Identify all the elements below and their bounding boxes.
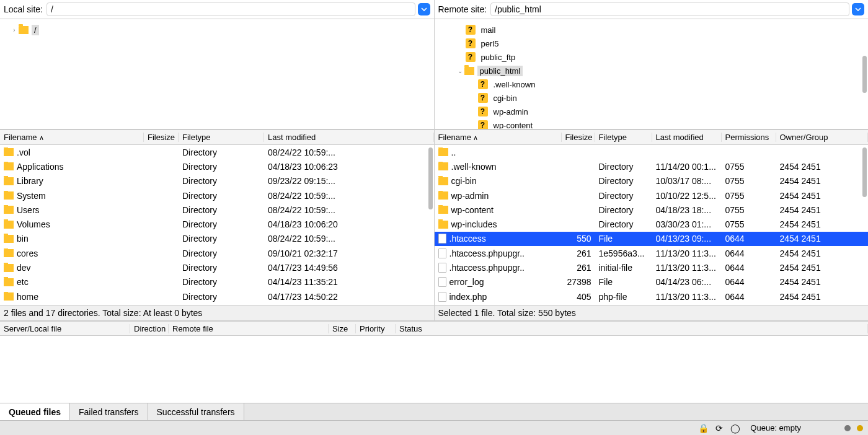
file-permissions: 0755 [722,205,776,215]
col-header-filetype[interactable]: Filetype [179,133,264,142]
remote-tree-item[interactable]: ?mail [437,23,866,37]
file-row[interactable]: .volDirectory08/24/22 10:59:... [0,145,434,159]
file-name: dev [17,263,31,273]
folder-icon [438,148,448,156]
remote-tree-item[interactable]: ?wp-content [437,118,866,130]
remote-tree-item[interactable]: ?.well-known [437,77,866,91]
file-row[interactable]: VolumesDirectory04/18/23 10:06:20 [0,217,434,231]
remote-tree-item[interactable]: ?perl5 [437,37,866,50]
scrollbar[interactable] [428,147,433,209]
file-row[interactable]: .well-knownDirectory11/14/20 00:1...0755… [435,159,869,174]
file-row[interactable]: UsersDirectory08/24/22 10:59:... [0,203,434,217]
file-row[interactable]: homeDirectory04/17/23 14:50:22 [0,289,434,304]
file-owner: 2454 2451 [776,219,869,229]
remote-tree-item[interactable]: ⌄public_html [437,64,866,77]
file-row[interactable]: .htaccess550File04/13/23 09:...06442454 … [435,232,869,246]
chevron-down-icon[interactable]: ⌄ [456,68,464,74]
file-row[interactable]: wp-adminDirectory10/10/22 12:5...0755245… [435,188,869,203]
file-name: Users [17,205,40,215]
file-type: php-file [595,292,652,302]
col-header-filename[interactable]: Filename [435,133,562,142]
file-size: 261 [562,263,595,273]
file-row[interactable]: .. [435,145,869,159]
col-header-permissions[interactable]: Permissions [722,133,776,142]
remote-file-header: Filename Filesize Filetype Last modified… [435,130,869,145]
file-name: wp-content [451,205,494,215]
file-permissions: 0755 [722,191,776,201]
file-modified: 11/13/20 11:3... [652,292,722,302]
file-row[interactable]: etcDirectory04/14/23 11:35:21 [0,275,434,289]
tree-item-label: mail [479,25,498,35]
file-row[interactable]: wp-contentDirectory04/18/23 18:...075524… [435,203,869,217]
folder-icon [4,278,14,286]
remote-tree-item[interactable]: ?wp-admin [437,105,866,118]
remote-tree-item[interactable]: ?cgi-bin [437,91,866,105]
remote-site-dropdown-button[interactable] [852,3,864,15]
local-tree-pane[interactable]: › / [0,19,434,130]
file-icon [438,263,446,273]
file-modified: 08/24/22 10:59:... [264,234,434,244]
local-site-input[interactable] [46,2,415,16]
col-header-filetype[interactable]: Filetype [595,133,652,142]
lock-icon: 🔒 [698,423,708,433]
file-row[interactable]: index.php405php-file11/13/20 11:3...0644… [435,289,869,304]
queue-header: Server/Local file Direction Remote file … [0,321,868,336]
file-row[interactable]: wp-includesDirectory03/30/23 01:...07552… [435,217,869,231]
file-row[interactable]: ApplicationsDirectory04/18/23 10:06:23 [0,159,434,174]
scrollbar[interactable] [862,147,867,197]
file-name: .htaccess.phpupgr.. [450,263,525,273]
file-row[interactable]: .htaccess.phpupgr..2611e5956a3...11/13/2… [435,246,869,260]
remote-file-list[interactable]: ...well-knownDirectory11/14/20 00:1...07… [435,145,869,305]
remote-tree-pane[interactable]: ?mail?perl5?public_ftp⌄public_html?.well… [435,19,869,130]
file-name: .htaccess.phpupgr.. [450,248,525,258]
tab-successful-transfers[interactable]: Successful transfers [148,403,244,420]
file-permissions: 0644 [722,234,776,244]
remote-tree-item[interactable]: ?public_ftp [437,50,866,64]
queue-body[interactable] [0,336,868,403]
expand-icon[interactable]: › [10,27,19,33]
file-name: cgi-bin [451,176,477,186]
file-type: Directory [179,205,264,215]
file-name: cores [17,248,38,258]
file-row[interactable]: .htaccess.phpupgr..261initial-file11/13/… [435,260,869,275]
file-row[interactable]: coresDirectory09/10/21 02:32:17 [0,246,434,260]
col-header-direction[interactable]: Direction [130,324,169,333]
col-header-status[interactable]: Status [396,324,868,333]
tab-failed-transfers[interactable]: Failed transfers [70,403,148,420]
tree-root-label: / [32,25,39,35]
file-permissions: 0644 [722,263,776,273]
scrollbar[interactable] [862,56,867,93]
col-header-filename[interactable]: Filename [0,133,144,142]
col-header-size[interactable]: Size [329,324,356,333]
file-name: .. [451,147,456,157]
file-row[interactable]: cgi-binDirectory10/03/17 08:...07552454 … [435,174,869,188]
file-name: .vol [17,147,30,157]
col-header-modified[interactable]: Last modified [264,133,434,142]
local-tree-root[interactable]: › / [2,23,432,37]
local-file-list[interactable]: .volDirectory08/24/22 10:59:...Applicati… [0,145,434,305]
local-site-dropdown-button[interactable] [418,3,430,15]
refresh-icon[interactable]: ⟳ [714,423,724,433]
col-header-server-local-file[interactable]: Server/Local file [0,324,130,333]
file-row[interactable]: LibraryDirectory09/23/22 09:15:... [0,174,434,188]
tab-queued-files[interactable]: Queued files [0,403,70,420]
folder-icon [4,177,14,185]
col-header-modified[interactable]: Last modified [652,133,722,142]
file-row[interactable]: devDirectory04/17/23 14:49:56 [0,260,434,275]
col-header-remote-file[interactable]: Remote file [169,324,329,333]
remote-site-input[interactable] [490,2,849,16]
col-header-owner[interactable]: Owner/Group [776,133,869,142]
file-row[interactable]: binDirectory08/24/22 10:59:... [0,232,434,246]
col-header-filesize[interactable]: Filesize [144,133,179,142]
file-name: home [17,292,38,302]
col-header-priority[interactable]: Priority [356,324,396,333]
file-owner: 2454 2451 [776,248,869,258]
col-header-filesize[interactable]: Filesize [562,133,595,142]
file-permissions: 0644 [722,277,776,287]
file-row[interactable]: SystemDirectory08/24/22 10:59:... [0,188,434,203]
tree-item-label: .well-known [491,79,538,90]
file-permissions: 0755 [722,176,776,186]
file-permissions: 0644 [722,292,776,302]
file-row[interactable]: error_log27398File04/14/23 06:...0644245… [435,275,869,289]
file-icon [438,277,446,287]
